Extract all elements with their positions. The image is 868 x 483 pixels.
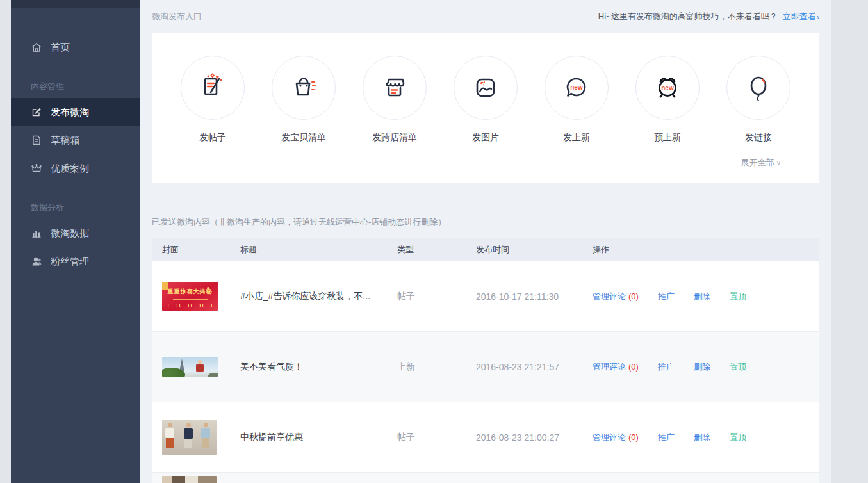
promo-banner: Hi~这里有发布微淘的高富帅技巧，不来看看吗？ 立即查看 › <box>598 11 819 22</box>
row-actions: 管理评论 (0) 推广 删除 置顶 <box>593 291 819 302</box>
row-type: 帖子 <box>397 291 476 302</box>
item-list-icon <box>272 56 336 120</box>
manage-comments-link[interactable]: 管理评论 <box>593 291 626 302</box>
row-actions: 管理评论 (0) 推广 删除 置顶 <box>593 432 819 443</box>
row-time: 2016-10-17 21:11:30 <box>476 291 593 302</box>
comment-count: (0) <box>628 432 639 442</box>
draft-icon <box>31 135 42 146</box>
fans-icon <box>31 256 42 267</box>
entry-post[interactable]: 发帖子 <box>167 56 258 183</box>
thumb-person-shape <box>198 360 202 364</box>
sidebar-item-publish-weitao[interactable]: 发布微淘 <box>11 98 140 126</box>
col-header-type: 类型 <box>397 244 476 256</box>
sent-content-table: 封面 标题 类型 发布时间 操作 重重惊喜大揭秘 #小店_#告诉你应该穿秋装，不… <box>152 238 819 483</box>
entry-shop-list[interactable]: 发跨店清单 <box>349 56 440 183</box>
expand-all-link[interactable]: 展开全部∨ <box>741 157 781 168</box>
entry-label: 发上新 <box>563 132 590 143</box>
row-time: 2016-08-23 21:21:57 <box>476 362 593 372</box>
delete-link[interactable]: 删除 <box>694 361 710 373</box>
thumb-buttons <box>162 304 218 307</box>
sidebar-section-data: 数据分析 <box>11 202 140 213</box>
thumb-badge <box>162 282 168 290</box>
sidebar-item-quality-cases[interactable]: 优质案例 <box>11 154 140 183</box>
chevron-right-icon: › <box>817 12 819 22</box>
shop-list-icon <box>363 56 427 120</box>
topbar: 微淘发布入口 Hi~这里有发布微淘的高富帅技巧，不来看看吗？ 立即查看 › <box>152 0 819 33</box>
thumb-person-shape <box>165 423 175 454</box>
link-balloon-icon <box>726 56 790 120</box>
promo-text: Hi~这里有发布微淘的高富帅技巧，不来看看吗？ <box>598 11 778 22</box>
sidebar-item-weitao-data[interactable]: 微淘数据 <box>11 219 140 247</box>
chevron-down-icon: ∨ <box>776 160 781 167</box>
delete-link[interactable]: 删除 <box>694 432 710 443</box>
table-row: 美不美看气质！ 上新 2016-08-23 21:21:57 管理评论 (0) … <box>152 332 819 402</box>
row-title[interactable]: 美不美看气质！ <box>240 361 397 373</box>
image-icon <box>454 56 518 120</box>
sidebar-item-label: 发布微淘 <box>51 106 89 119</box>
sidebar-item-home[interactable]: 首页 <box>11 33 140 61</box>
sidebar-section-content: 内容管理 <box>11 81 140 92</box>
col-header-cover: 封面 <box>162 244 240 256</box>
pin-link[interactable]: 置顶 <box>730 361 746 373</box>
row-cover-thumbnail[interactable] <box>162 357 218 377</box>
entry-new-arrival[interactable]: new 发上新 <box>531 56 622 183</box>
thumb-subline <box>173 299 208 300</box>
thumb-dot <box>207 287 209 290</box>
sidebar: 首页 内容管理 发布微淘 草稿箱 优质案例 数据分析 <box>11 0 140 483</box>
sidebar-item-label: 首页 <box>51 42 70 54</box>
svg-text:new: new <box>661 85 674 92</box>
sidebar-item-fans[interactable]: 粉丝管理 <box>11 247 140 275</box>
promote-link[interactable]: 推广 <box>658 291 675 302</box>
delete-link[interactable]: 删除 <box>694 291 710 302</box>
row-type: 帖子 <box>397 432 476 443</box>
sent-content-title: 已发送微淘内容（非微淘生产的内容，请通过无线运营中心-店铺动态进行删除） <box>152 217 819 228</box>
entry-item-list[interactable]: 发宝贝清单 <box>258 56 349 183</box>
promote-link[interactable]: 推广 <box>658 361 675 373</box>
entry-label: 发帖子 <box>199 132 226 143</box>
post-icon <box>181 56 245 120</box>
col-header-title: 标题 <box>240 244 397 256</box>
thumb-person-shape <box>196 364 204 372</box>
comment-count: (0) <box>628 291 639 301</box>
row-cover-thumbnail[interactable]: 重重惊喜大揭秘 <box>162 282 218 311</box>
thumb-person-shape <box>201 423 211 454</box>
promo-view-now-link[interactable]: 立即查看 <box>783 11 816 22</box>
row-actions: 管理评论 (0) 推广 删除 置顶 <box>593 361 819 373</box>
row-time: 2016-08-23 21:00:27 <box>476 432 593 443</box>
entry-label: 预上新 <box>654 132 681 143</box>
row-type: 上新 <box>397 361 476 373</box>
svg-text:new: new <box>570 84 583 91</box>
row-title[interactable]: #小店_#告诉你应该穿秋装，不... <box>240 291 397 302</box>
sidebar-item-label: 优质案例 <box>51 163 89 175</box>
publish-entry-card: 发帖子 发宝贝清单 <box>152 33 819 183</box>
bar-chart-icon <box>31 227 42 239</box>
pin-link[interactable]: 置顶 <box>730 432 746 443</box>
sidebar-item-drafts[interactable]: 草稿箱 <box>11 126 140 154</box>
new-bubble-icon: new <box>545 56 609 120</box>
home-icon <box>31 42 42 53</box>
row-cover-thumbnail[interactable] <box>162 476 217 483</box>
entry-label: 发图片 <box>472 132 499 143</box>
new-clock-icon: new <box>635 56 700 120</box>
table-row: 中秋提前享优惠 帖子 2016-08-23 21:00:27 管理评论 (0) … <box>152 402 819 473</box>
col-header-action: 操作 <box>593 244 819 256</box>
entry-pre-new[interactable]: new 预上新 <box>622 56 713 183</box>
promote-link[interactable]: 推广 <box>658 432 675 443</box>
crown-icon <box>31 163 42 174</box>
row-cover-thumbnail[interactable] <box>162 420 217 455</box>
row-title[interactable]: 中秋提前享优惠 <box>240 432 397 443</box>
table-row <box>152 473 819 483</box>
thumb-banner-text: 重重惊喜大揭秘 <box>162 288 218 296</box>
page-title: 微淘发布入口 <box>152 11 202 22</box>
manage-comments-link[interactable]: 管理评论 <box>593 432 626 443</box>
sidebar-item-label: 草稿箱 <box>51 135 79 147</box>
sidebar-item-label: 粉丝管理 <box>51 256 89 268</box>
table-row: 重重惊喜大揭秘 #小店_#告诉你应该穿秋装，不... 帖子 2016-10-17… <box>152 261 819 332</box>
entry-image[interactable]: 发图片 <box>440 56 531 183</box>
main-content: 微淘发布入口 Hi~这里有发布微淘的高富帅技巧，不来看看吗？ 立即查看 › <box>140 0 831 483</box>
sidebar-top-strip <box>11 0 140 8</box>
thumb-foliage-shape <box>208 373 218 377</box>
manage-comments-link[interactable]: 管理评论 <box>593 361 626 373</box>
table-header-row: 封面 标题 类型 发布时间 操作 <box>152 238 819 261</box>
pin-link[interactable]: 置顶 <box>730 291 746 302</box>
